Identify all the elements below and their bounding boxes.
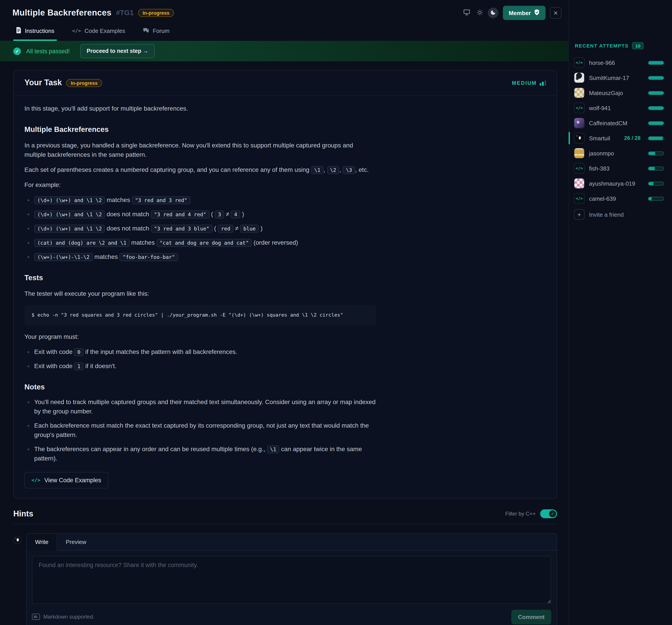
button-label: View Code Examples (44, 477, 101, 484)
page-title: Multiple Backreferences (13, 8, 112, 18)
inline-code: 1 (74, 362, 84, 370)
inline-code: blue (240, 225, 259, 233)
toggle-knob-check-icon: ✓ (549, 510, 556, 517)
inline-code: \2 (327, 166, 339, 174)
content: Your Task In-progress MEDIUM In this sta… (0, 61, 569, 625)
attempt-row[interactable]: CaffeinatedCM (574, 115, 664, 131)
app-root: Multiple Backreferences #TG1 In-progress (0, 0, 672, 625)
tab-forum[interactable]: Forum (140, 27, 172, 41)
avatar (574, 72, 584, 83)
tests-passed-banner: ✓ All tests passed! Proceed to next step… (0, 41, 569, 61)
difficulty: MEDIUM (512, 80, 546, 86)
tab-bar: Instructions </> Code Examples Forum (13, 27, 561, 41)
topbar-actions: Member ✕ (461, 6, 561, 20)
attempt-row[interactable]: ayushmaurya-019 (574, 176, 664, 191)
avatar (574, 148, 584, 159)
plus-icon: + (574, 209, 584, 220)
inline-code: "3 red and 4 red" (151, 210, 209, 218)
markdown-note-text: Markdown supported. (43, 614, 95, 620)
recent-attempts-list: horse-966 SumitKumar-17 MateuszGajo wolf… (574, 55, 664, 206)
inline-code: \3 (343, 166, 355, 174)
section-heading: Notes (24, 381, 376, 393)
inline-code: (\d+) (\w+) and \1 \2 (34, 210, 105, 218)
sun-icon (477, 9, 483, 17)
attempt-row[interactable]: fish-383 (574, 161, 664, 176)
attempt-username: horse-966 (589, 59, 615, 66)
attempt-username: jasonmpo (589, 150, 614, 157)
attempt-row[interactable]: SumitKumar-17 (574, 70, 664, 85)
main-column: Multiple Backreferences #TG1 In-progress (0, 0, 569, 625)
comment-button[interactable]: Comment (511, 610, 551, 624)
member-label: Member (509, 9, 531, 16)
tab-label: Forum (153, 27, 169, 34)
close-button[interactable]: ✕ (550, 7, 561, 19)
topbar: Multiple Backreferences #TG1 In-progress (0, 0, 569, 41)
task-title: Your Task (24, 78, 62, 88)
markdown-icon: M↓ (32, 614, 40, 620)
attempt-username: ayushmaurya-019 (589, 180, 635, 187)
avatar (574, 102, 584, 113)
avatar (574, 118, 584, 128)
filter-toggle[interactable]: ✓ (540, 510, 557, 518)
attempt-row[interactable]: wolf-941 (574, 100, 664, 115)
tab-code-examples[interactable]: </> Code Examples (69, 27, 128, 41)
view-code-examples-button[interactable]: </>View Code Examples (24, 472, 108, 488)
attempt-username: SumitKumar-17 (589, 74, 629, 81)
section-heading: Multiple Backreferences (24, 124, 376, 135)
progress-bar (648, 121, 664, 125)
avatar (574, 57, 584, 68)
bullet-list: (\d+) (\w+) and \1 \2 matches "3 red and… (24, 195, 376, 261)
inline-code: "cat and dog are dog and cat" (157, 239, 252, 247)
member-button[interactable]: Member (503, 6, 546, 20)
task-status-badge: In-progress (66, 79, 102, 87)
progress-bar (648, 151, 664, 155)
progress-bar (648, 181, 664, 185)
avatar (574, 133, 584, 143)
inline-code: (\d+) (\w+) and \1 \2 (34, 196, 105, 204)
attempt-row[interactable]: jasonmpo (574, 146, 664, 161)
hints-title: Hints (13, 509, 33, 519)
tab-label: Instructions (25, 27, 54, 34)
tab-preview[interactable]: Preview (57, 534, 95, 550)
attempts-count-badge: 10 (632, 42, 644, 49)
monitor-icon (463, 9, 470, 17)
tab-write[interactable]: Write (27, 534, 57, 551)
inline-code: (cat) and (dog) are \2 and \1 (34, 239, 129, 247)
progress-bar (648, 61, 664, 65)
attempt-row[interactable]: MateuszGajo (574, 85, 664, 100)
dark-theme-button[interactable] (488, 7, 499, 18)
avatar (574, 163, 584, 173)
code-block: $ echo -n "3 red squares and 3 red circl… (24, 305, 376, 325)
attempt-username: fish-383 (589, 165, 610, 171)
inline-code: "3 red and 3 blue" (151, 225, 212, 233)
bullet-list: Exit with code 0 if the input matches th… (24, 347, 376, 371)
tab-instructions[interactable]: Instructions (13, 27, 57, 41)
list-item: (\d+) (\w+) and \1 \2 matches "3 red and… (34, 195, 376, 205)
progress-bar (648, 91, 664, 95)
language-filter: Filter by C++ ✓ (505, 510, 557, 518)
title-row: Multiple Backreferences #TG1 In-progress (13, 6, 561, 20)
system-theme-button[interactable] (461, 7, 472, 18)
light-theme-button[interactable] (475, 7, 485, 18)
bullet-list: You'll need to track multiple captured g… (24, 397, 376, 463)
forum-icon (143, 27, 149, 34)
inline-code: "foo-bar-foo-bar" (120, 253, 178, 261)
attempt-row[interactable]: Smartuil 26 / 28 (574, 131, 664, 146)
avatar (574, 88, 584, 98)
attempt-progress-label: 26 / 28 (624, 135, 641, 141)
inline-code: (\d+) (\w+) and \1 \2 (34, 225, 105, 233)
tab-label: Code Examples (85, 27, 125, 34)
avatar (574, 193, 584, 204)
task-body: In this stage, you'll add support for mu… (14, 95, 387, 498)
status-badge: In-progress (138, 9, 174, 17)
attempt-row[interactable]: camel-639 (574, 191, 664, 206)
task-card: Your Task In-progress MEDIUM In this sta… (13, 70, 557, 499)
code-icon: </> (31, 477, 40, 483)
attempt-row[interactable]: horse-966 (574, 55, 664, 70)
avatar (574, 178, 584, 189)
close-icon: ✕ (553, 9, 558, 16)
attempt-username: CaffeinatedCM (589, 120, 627, 126)
invite-friend-button[interactable]: + Invite a friend (574, 209, 624, 220)
comment-input[interactable] (32, 556, 551, 604)
proceed-button[interactable]: Proceed to next step → (80, 44, 155, 58)
